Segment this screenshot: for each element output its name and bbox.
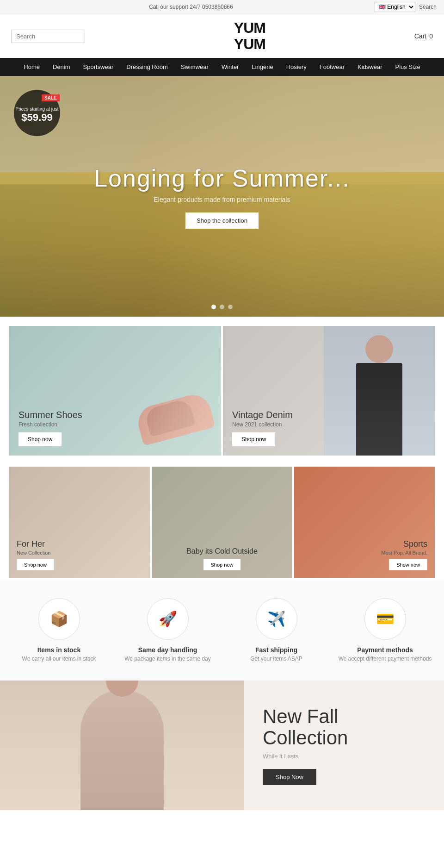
her-content: For Her New Collection Shop now [17, 539, 142, 570]
cold-content: Baby its Cold Outside Shop now [159, 547, 285, 570]
cart-label: Cart [414, 32, 426, 40]
hero-text-area: Longing for Summer... Elegant products m… [94, 164, 350, 229]
sale-text: Prices starting at just [16, 106, 59, 112]
feature-item-3: 💳 Payment methods We accept different pa… [335, 598, 435, 662]
hero-dot-3[interactable] [228, 305, 233, 309]
cart-area[interactable]: Cart 0 [414, 32, 433, 40]
new-fall-subtitle: While it Lasts [263, 753, 426, 760]
search-button-top[interactable]: Search [419, 4, 437, 10]
feature-title-1: Same day handling [118, 646, 217, 654]
main-nav: HomeDenimSportswearDressing RoomSwimwear… [0, 58, 444, 76]
bottom-model-head [106, 681, 138, 697]
hero-title: Longing for Summer... [94, 164, 350, 192]
nav-item-denim[interactable]: Denim [46, 58, 77, 76]
top-bar-right: 🇬🇧 English Español Français Search [375, 2, 437, 12]
feature-item-0: 📦 Items in stock We carry all our items … [9, 598, 109, 662]
triple-sublabel-sports: Most Pop. All Brand. [302, 550, 427, 556]
feature-icon-2: ✈️ [256, 598, 297, 640]
shop-now-shoes[interactable]: Shop now [18, 432, 62, 446]
product-card-shoes: Summer Shoes Fresh collection Shop now [9, 326, 221, 456]
product-grid: Summer Shoes Fresh collection Shop now V… [0, 317, 444, 465]
support-text: Call our support 24/7 0503860666 [7, 4, 375, 10]
hero-cta-button[interactable]: Shop the collection [185, 212, 259, 229]
triple-card-her: For Her New Collection Shop now [9, 467, 150, 578]
triple-grid: For Her New Collection Shop now Baby its… [0, 465, 444, 580]
feature-icon-1: 🚀 [147, 598, 189, 640]
shop-now-denim[interactable]: Shop now [232, 432, 275, 446]
logo-line1: YUM [234, 20, 265, 36]
triple-sublabel-her: New Collection [17, 550, 142, 556]
cart-count: 0 [429, 32, 433, 40]
feature-title-2: Fast shipping [227, 646, 326, 654]
triple-label-her: For Her [17, 539, 142, 549]
nav-item-hosiery[interactable]: Hosiery [280, 58, 313, 76]
bottom-banner-left [0, 681, 244, 810]
feature-title-0: Items in stock [9, 646, 109, 654]
hero-subtitle: Elegant products made from premium mater… [94, 196, 350, 203]
feature-item-1: 🚀 Same day handling We package items in … [118, 598, 217, 662]
top-bar: Call our support 24/7 0503860666 🇬🇧 Engl… [0, 0, 444, 14]
feature-item-2: ✈️ Fast shipping Get your items ASAP [227, 598, 326, 662]
shop-now-cold[interactable]: Shop now [204, 559, 241, 570]
header: YUM YUM Cart 0 [0, 14, 444, 58]
product-card-denim: Vintage Denim New 2021 collection Shop n… [223, 326, 435, 456]
language-select[interactable]: 🇬🇧 English Español Français [375, 2, 415, 12]
triple-card-sports: Sports Most Pop. All Brand. Show now [294, 467, 435, 578]
nav-item-home[interactable]: Home [17, 58, 46, 76]
hero-banner: SALE Prices starting at just $59.99 Long… [0, 76, 444, 317]
triple-label-sports: Sports [302, 539, 427, 549]
features-section: 📦 Items in stock We carry all our items … [0, 580, 444, 681]
nav-item-lingerie[interactable]: Lingerie [245, 58, 279, 76]
bottom-cta-button[interactable]: Shop Now [263, 769, 316, 785]
shoes-decoration [134, 391, 215, 446]
hero-dots [211, 305, 233, 309]
nav-item-plus-size[interactable]: Plus Size [388, 58, 426, 76]
new-fall-title: New Fall Collection [263, 706, 426, 749]
bottom-banner: New Fall Collection While it Lasts Shop … [0, 681, 444, 810]
search-input[interactable] [11, 30, 85, 43]
nav-item-swimwear[interactable]: Swimwear [174, 58, 215, 76]
feature-desc-1: We package items in the same day [118, 656, 217, 662]
nav-item-footwear[interactable]: Footwear [313, 58, 351, 76]
shop-now-her[interactable]: Shop now [17, 559, 54, 570]
logo: YUM YUM [234, 20, 265, 52]
triple-label-cold: Baby its Cold Outside [159, 547, 285, 556]
feature-desc-2: Get your items ASAP [227, 656, 326, 662]
sports-content: Sports Most Pop. All Brand. Show now [302, 539, 427, 570]
feature-desc-0: We carry all our items in stock [9, 656, 109, 662]
logo-line2: YUM [234, 36, 265, 52]
feature-desc-3: We accept different payment methods [335, 656, 435, 662]
show-now-sports[interactable]: Show now [389, 559, 427, 570]
triple-card-cold: Baby its Cold Outside Shop now [152, 467, 292, 578]
feature-title-3: Payment methods [335, 646, 435, 654]
sale-badge: SALE Prices starting at just $59.99 [14, 90, 60, 136]
nav-item-sportswear[interactable]: Sportswear [77, 58, 120, 76]
nav-item-dressing-room[interactable]: Dressing Room [120, 58, 174, 76]
bottom-model-body [80, 690, 164, 810]
sale-tag: SALE [42, 94, 60, 101]
sale-price: $59.99 [21, 112, 52, 124]
feature-icon-0: 📦 [38, 598, 80, 640]
bottom-banner-right: New Fall Collection While it Lasts Shop … [244, 681, 444, 810]
denim-shirt [356, 363, 402, 456]
hero-dot-1[interactable] [211, 305, 216, 309]
nav-item-winter[interactable]: Winter [215, 58, 246, 76]
nav-item-kidswear[interactable]: Kidswear [351, 58, 388, 76]
feature-icon-3: 💳 [364, 598, 406, 640]
hero-dot-2[interactable] [220, 305, 224, 309]
denim-head [365, 335, 393, 363]
denim-model-bg [324, 326, 435, 456]
